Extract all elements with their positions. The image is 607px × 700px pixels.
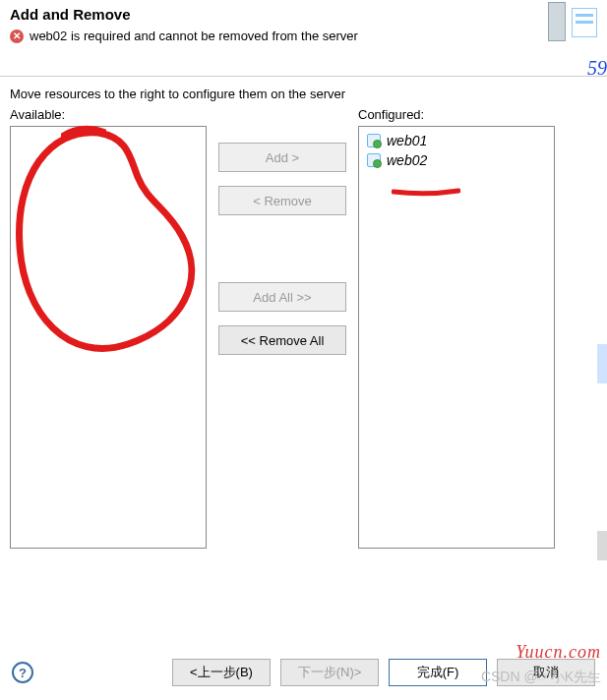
instruction-text: Move resources to the right to configure…	[0, 77, 607, 107]
module-icon	[367, 153, 381, 167]
watermark-site: Yuucn.com	[516, 642, 601, 663]
finish-button[interactable]: 完成(F)	[389, 659, 487, 686]
next-button[interactable]: 下一步(N)>	[280, 659, 379, 686]
watermark-author: CSDN @☞小K先生	[481, 669, 601, 686]
error-message-text: web02 is required and cannot be removed …	[30, 29, 358, 43]
configured-column: Configured: web01 web02	[358, 107, 555, 549]
list-item[interactable]: web01	[363, 131, 550, 150]
available-label: Available:	[10, 107, 207, 122]
remove-all-button[interactable]: << Remove All	[218, 325, 346, 355]
available-column: Available:	[10, 107, 207, 549]
help-icon[interactable]: ?	[12, 662, 33, 683]
corner-number: 59	[587, 57, 607, 80]
dialog-title: Add and Remove	[10, 6, 597, 23]
dialog-header: Add and Remove ✕ web02 is required and c…	[0, 0, 607, 77]
module-icon	[367, 134, 381, 147]
add-all-button[interactable]: Add All >>	[218, 282, 346, 312]
back-button[interactable]: <上一步(B)	[172, 659, 271, 686]
add-button[interactable]: Add >	[218, 143, 346, 172]
available-listbox[interactable]	[10, 126, 207, 549]
wizard-banner-icon	[548, 2, 597, 51]
list-item-label: web01	[387, 133, 427, 148]
list-item-label: web02	[387, 152, 427, 168]
error-message-row: ✕ web02 is required and cannot be remove…	[10, 29, 597, 43]
cropped-edge	[597, 531, 607, 560]
configured-label: Configured:	[358, 107, 555, 122]
cropped-edge	[597, 344, 607, 383]
configured-listbox[interactable]: web01 web02	[358, 126, 555, 549]
list-item[interactable]: web02	[363, 150, 550, 170]
remove-button[interactable]: < Remove	[218, 186, 346, 215]
error-icon: ✕	[10, 29, 24, 43]
transfer-buttons: Add > < Remove Add All >> << Remove All	[218, 143, 346, 355]
